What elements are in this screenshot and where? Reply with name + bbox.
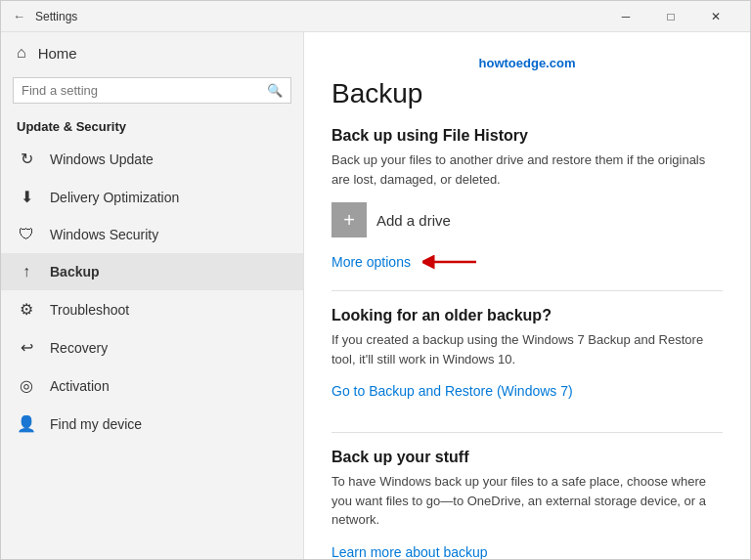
back-up-stuff-desc: To have Windows back up your files to a …	[331, 472, 723, 530]
older-backup-desc: If you created a backup using the Window…	[331, 330, 723, 368]
file-history-desc: Back up your files to another drive and …	[331, 151, 723, 189]
more-options-link[interactable]: More options	[331, 254, 411, 270]
sidebar-item-windows-update[interactable]: ↻ Windows Update	[1, 140, 303, 178]
troubleshoot-icon: ⚙	[17, 300, 36, 319]
add-drive-label: Add a drive	[376, 212, 451, 229]
sidebar-item-label: Delivery Optimization	[50, 190, 179, 205]
backup-icon: ↑	[17, 263, 36, 280]
older-backup-link[interactable]: Go to Backup and Restore (Windows 7)	[331, 383, 573, 399]
maximize-button[interactable]: □	[648, 1, 693, 32]
watermark: howtoedge.com	[331, 56, 723, 70]
sidebar: ⌂ Home 🔍 Update & Security ↻ Windows Upd…	[1, 32, 304, 559]
page-title: Backup	[331, 78, 723, 109]
delivery-optimization-icon: ⬇	[17, 188, 36, 206]
content-pane: howtoedge.com Backup Back up using File …	[304, 32, 750, 559]
sidebar-item-label: Find my device	[50, 416, 142, 432]
recovery-icon: ↩	[17, 338, 36, 357]
home-icon: ⌂	[17, 44, 26, 62]
sidebar-item-home[interactable]: ⌂ Home	[1, 32, 303, 73]
add-drive-plus-icon: +	[331, 202, 367, 237]
back-button[interactable]: ←	[13, 9, 25, 23]
window-title: Settings	[35, 10, 603, 23]
sidebar-item-label: Troubleshoot	[50, 302, 129, 318]
search-box[interactable]: 🔍	[13, 77, 291, 104]
sidebar-item-windows-security[interactable]: 🛡 Windows Security	[1, 216, 303, 253]
sidebar-item-label: Windows Update	[50, 151, 154, 167]
activation-icon: ◎	[17, 376, 36, 395]
back-up-stuff-heading: Back up your stuff	[331, 449, 723, 466]
main-content: ⌂ Home 🔍 Update & Security ↻ Windows Upd…	[1, 32, 750, 559]
search-icon: 🔍	[267, 83, 283, 98]
sidebar-item-troubleshoot[interactable]: ⚙ Troubleshoot	[1, 290, 303, 328]
window-controls: ─ □ ✕	[603, 1, 738, 32]
back-up-stuff-link[interactable]: Learn more about backup	[331, 544, 488, 560]
more-options-row: More options	[331, 251, 723, 273]
minimize-button[interactable]: ─	[603, 1, 648, 32]
add-drive-button[interactable]: + Add a drive	[331, 202, 723, 237]
sidebar-item-recovery[interactable]: ↩ Recovery	[1, 328, 303, 366]
sidebar-item-label: Recovery	[50, 340, 108, 356]
sidebar-home-label: Home	[38, 45, 77, 62]
close-button[interactable]: ✕	[693, 1, 738, 32]
arrow-right-icon	[422, 251, 481, 273]
find-my-device-icon: 👤	[17, 414, 36, 433]
sidebar-item-delivery-optimization[interactable]: ⬇ Delivery Optimization	[1, 178, 303, 216]
older-backup-heading: Looking for an older backup?	[331, 307, 723, 324]
sidebar-item-activation[interactable]: ◎ Activation	[1, 366, 303, 405]
search-input[interactable]	[22, 83, 267, 98]
sidebar-item-label: Activation	[50, 378, 110, 394]
windows-update-icon: ↻	[17, 150, 36, 168]
file-history-heading: Back up using File History	[331, 127, 723, 145]
sidebar-item-label: Windows Security	[50, 227, 158, 242]
sidebar-item-find-my-device[interactable]: 👤 Find my device	[1, 405, 303, 443]
sidebar-item-backup[interactable]: ↑ Backup	[1, 253, 303, 290]
sidebar-item-label: Backup	[50, 264, 100, 280]
sidebar-section-title: Update & Security	[1, 111, 303, 140]
windows-security-icon: 🛡	[17, 226, 36, 243]
title-bar: ← Settings ─ □ ✕	[1, 1, 750, 32]
divider-1	[331, 290, 723, 291]
divider-2	[331, 432, 723, 433]
